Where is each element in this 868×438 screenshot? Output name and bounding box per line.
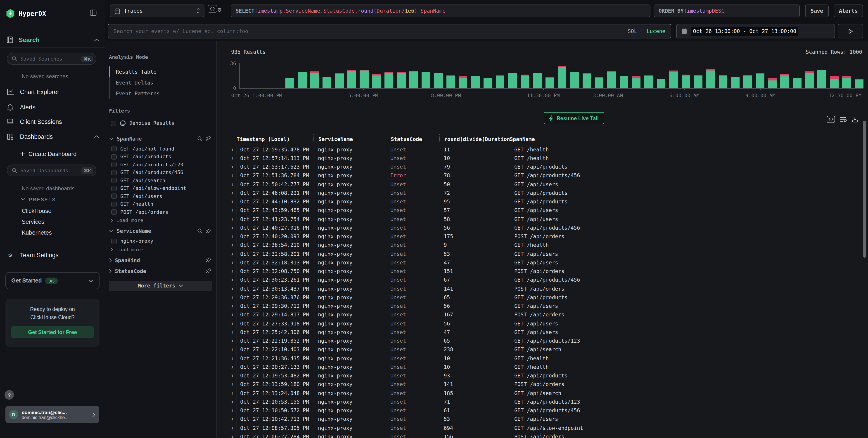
analysis-mode-tab-event-deltas[interactable]: Event Deltas — [109, 77, 212, 88]
row-expand-icon[interactable]: ❯ — [231, 163, 237, 171]
event-search-field[interactable] — [114, 28, 628, 34]
chart-bar[interactable] — [521, 74, 529, 88]
table-row[interactable]: ❯Oct 27 12:50:42.777 PMnginx-proxyUnset5… — [231, 180, 868, 189]
get-started-box[interactable]: Get Started 3/3 — [5, 272, 99, 289]
chart-bar[interactable] — [582, 73, 591, 88]
filter-group-header[interactable]: SpanKind — [109, 257, 212, 263]
row-expand-icon[interactable]: ❯ — [231, 249, 237, 258]
row-expand-icon[interactable]: ❯ — [231, 215, 237, 224]
table-row[interactable]: ❯Oct 27 12:10:53.155 PMnginx-proxyUnset7… — [231, 398, 868, 406]
chart-bar[interactable] — [298, 72, 307, 88]
chevron-right-icon[interactable] — [109, 258, 112, 262]
chart-bar[interactable] — [607, 71, 616, 88]
row-expand-icon[interactable]: ❯ — [231, 328, 237, 337]
col-servicename[interactable]: ServiceName — [313, 134, 386, 144]
preset-kubernetes[interactable]: Kubernetes — [22, 229, 52, 236]
chart-bar[interactable] — [755, 73, 765, 88]
row-expand-icon[interactable]: ❯ — [231, 154, 237, 163]
create-dashboard-button[interactable]: Create Dashboard — [20, 150, 76, 157]
run-query-button[interactable] — [838, 24, 863, 38]
chevron-right-icon[interactable] — [109, 269, 112, 273]
denoise-results-toggle[interactable]: Denoise Results — [111, 119, 212, 127]
table-row[interactable]: ❯Oct 27 12:13:24.048 PMnginx-proxyUnset1… — [231, 389, 868, 398]
alerts-button[interactable]: Alerts — [834, 4, 863, 17]
checkbox[interactable] — [111, 202, 117, 207]
table-row[interactable]: ❯Oct 27 12:13:59.180 PMnginx-proxyUnset1… — [231, 380, 868, 389]
table-row[interactable]: ❯Oct 27 12:19:53.482 PMnginx-proxyUnset9… — [231, 371, 868, 380]
chart-bar[interactable] — [347, 70, 356, 88]
save-button[interactable]: Save — [805, 4, 829, 17]
download-icon[interactable] — [852, 116, 858, 123]
filter-checkbox-item[interactable]: GET /api/slow-endpoint — [111, 184, 212, 192]
table-row[interactable]: ❯Oct 27 12:59:35.478 PMnginx-proxyUnset1… — [231, 145, 868, 154]
checkbox[interactable] — [111, 154, 117, 160]
chart-bar[interactable] — [496, 75, 504, 88]
row-expand-icon[interactable]: ❯ — [231, 310, 237, 319]
filter-checkbox-item[interactable]: POST /api/orders — [111, 208, 212, 216]
chart-bar[interactable] — [669, 70, 678, 88]
chart-bar[interactable] — [681, 74, 690, 88]
event-search-input[interactable]: SQL | Lucene — [107, 24, 671, 38]
row-expand-icon[interactable]: ❯ — [231, 224, 237, 232]
logo[interactable]: HyperDX — [6, 9, 46, 18]
chart-bar[interactable] — [830, 76, 839, 88]
table-row[interactable]: ❯Oct 27 12:10:42.713 PMnginx-proxyUnset5… — [231, 415, 868, 424]
lucene-toggle[interactable]: Lucene — [647, 28, 665, 34]
chart-bar[interactable] — [471, 76, 480, 88]
sql-toggle[interactable]: SQL — [628, 28, 637, 34]
table-row[interactable]: ❯Oct 27 12:36:54.210 PMnginx-proxyUnset9… — [231, 241, 868, 250]
chart-bar[interactable] — [484, 77, 492, 88]
table-row[interactable]: ❯Oct 27 12:08:57.305 PMnginx-proxyUnset6… — [231, 424, 868, 432]
row-expand-icon[interactable]: ❯ — [231, 302, 237, 310]
row-expand-icon[interactable]: ❯ — [231, 424, 237, 432]
chart-bar[interactable] — [434, 73, 443, 88]
row-expand-icon[interactable]: ❯ — [231, 337, 237, 345]
row-expand-icon[interactable]: ❯ — [231, 389, 237, 398]
wrap-lines-icon[interactable] — [840, 116, 847, 122]
edit-sql-icon[interactable] — [208, 5, 217, 13]
results-histogram[interactable]: 36 0 Oct 26 1:00:00 PM5:00:00 PM8:00:00 … — [217, 63, 868, 99]
preset-services[interactable]: Services — [22, 218, 44, 225]
chart-bar[interactable] — [545, 77, 554, 88]
chart-bar[interactable] — [731, 77, 740, 88]
chart-bar[interactable] — [384, 72, 393, 88]
row-expand-icon[interactable]: ❯ — [231, 363, 237, 372]
filter-group-header[interactable]: SpanName — [109, 135, 212, 142]
chart-bar[interactable] — [780, 74, 789, 88]
row-expand-icon[interactable]: ❯ — [231, 171, 237, 180]
chart-bar[interactable] — [817, 70, 827, 88]
checkbox[interactable] — [111, 146, 117, 151]
row-expand-icon[interactable]: ❯ — [231, 180, 237, 189]
chevron-up-icon[interactable] — [94, 38, 99, 41]
saved-dashboards-input[interactable]: ⌘K — [7, 165, 96, 176]
chart-bar[interactable] — [842, 77, 851, 88]
presets-toggle[interactable]: PRESETS — [21, 197, 56, 202]
order-by-input[interactable]: ORDER BY Timestamp DESC — [654, 4, 800, 17]
chart-bar[interactable] — [558, 66, 566, 88]
table-row[interactable]: ❯Oct 27 12:29:14.817 PMnginx-proxyUnset1… — [231, 310, 868, 319]
select-query-input[interactable]: SELECT Timestamp,ServiceName,StatusCode,… — [231, 4, 650, 17]
chevron-down-icon[interactable] — [109, 137, 114, 140]
table-row[interactable]: ❯Oct 27 12:40:20.093 PMnginx-proxyUnset1… — [231, 232, 868, 241]
checkbox[interactable] — [111, 178, 117, 183]
chart-bar[interactable] — [409, 71, 418, 88]
sidebar-item-search[interactable]: Search — [6, 36, 99, 43]
row-expand-icon[interactable]: ❯ — [231, 276, 237, 284]
resume-live-tail-button[interactable]: Resume Live Tail — [544, 112, 604, 124]
row-expand-icon[interactable]: ❯ — [231, 293, 237, 302]
row-expand-icon[interactable]: ❯ — [231, 232, 237, 241]
chart-bar[interactable] — [335, 73, 344, 88]
chart-bar[interactable] — [310, 71, 319, 88]
chart-bar[interactable] — [855, 79, 864, 88]
chevron-right-icon[interactable] — [111, 247, 113, 252]
filter-group-header[interactable]: StatusCode — [109, 268, 212, 274]
col-timestamp[interactable]: Timestamp (Local) — [237, 134, 313, 144]
table-row[interactable]: ❯Oct 27 12:06:27.284 PMnginx-proxyUnset1… — [231, 432, 868, 438]
filter-checkbox-item[interactable]: GET /api/users — [111, 192, 212, 200]
chart-bar[interactable] — [632, 77, 641, 88]
search-icon[interactable] — [197, 228, 203, 234]
load-more-button[interactable]: Load more — [111, 246, 212, 252]
table-row[interactable]: ❯Oct 27 12:30:13.437 PMnginx-proxyUnset1… — [231, 284, 868, 293]
chevron-up-icon[interactable] — [94, 135, 99, 138]
filter-checkbox-item[interactable]: GET /api/not-found — [111, 145, 212, 153]
